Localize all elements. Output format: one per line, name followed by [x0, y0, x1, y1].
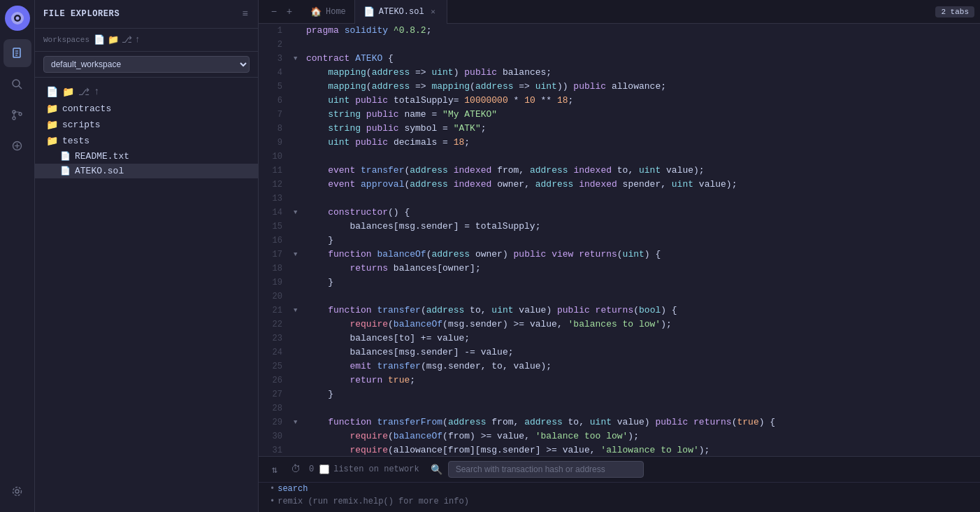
line-num-5: 5	[259, 80, 294, 94]
code-line-26: 26 return true;	[259, 374, 980, 387]
line-content-13	[303, 192, 980, 206]
line-content-20	[303, 290, 980, 304]
code-line-12: 12 event approval(address indexed owner,…	[259, 178, 980, 192]
code-line-30: 30 require(balanceOf(from) >= value, 'ba…	[259, 429, 980, 443]
github-icon[interactable]: ⎇	[122, 34, 132, 45]
code-line-19: 19 }	[259, 276, 980, 290]
line-num-12: 12	[259, 178, 294, 192]
line-content-23: balances[to] += value;	[303, 332, 980, 346]
line-num-3: 3	[259, 52, 294, 66]
file-name-readme: README.txt	[75, 151, 129, 162]
files-icon[interactable]	[3, 39, 31, 67]
workspace-select[interactable]: default_workspace	[43, 56, 250, 73]
line-num-30: 30	[259, 429, 294, 443]
line-num-17: 17	[259, 248, 294, 262]
line-content-19: }	[303, 276, 980, 290]
line-content-29: function transferFrom(address from, addr…	[303, 415, 980, 429]
search-icon[interactable]	[3, 70, 31, 98]
file-tree: 📄 📁 ⎇ ↑ 📁 contracts 📁 scripts 📁 tests 📄 …	[35, 78, 258, 512]
tab-controls: − +	[261, 5, 302, 19]
tree-folder-tests[interactable]: 📁 tests	[35, 133, 258, 149]
line-num-22: 22	[259, 318, 294, 332]
zoom-out-icon[interactable]: −	[267, 5, 281, 19]
transaction-search-input[interactable]	[448, 461, 644, 478]
listen-network-checkbox[interactable]	[319, 464, 329, 474]
new-folder-icon[interactable]: 📁	[108, 34, 119, 45]
tab-home[interactable]: 🏠 Home	[302, 0, 355, 24]
file-explorer-header-icons: ≡	[241, 7, 250, 21]
bottom-filter-icon[interactable]: ⇅	[267, 462, 282, 477]
settings-icon[interactable]	[3, 477, 31, 505]
code-line-10: 10	[259, 150, 980, 164]
home-tab-icon: 🏠	[310, 6, 322, 17]
tab-count[interactable]: 2 tabs	[935, 6, 974, 17]
line-arrow-17[interactable]: ▼	[294, 248, 303, 262]
folder-icon-tests: 📁	[46, 135, 58, 147]
bottom-time-icon[interactable]: ⏱	[288, 462, 303, 477]
bottom-log-link-search[interactable]: search	[278, 484, 308, 494]
code-line-7: 7 string public name = "My ATEKO"	[259, 108, 980, 122]
line-content-24: balances[msg.sender] -= value;	[303, 346, 980, 360]
bottom-search-icon[interactable]: 🔍	[431, 464, 442, 476]
svg-point-16	[15, 490, 19, 493]
bottom-toolbar: ⇅ ⏱ 0 listen on network 🔍	[259, 457, 980, 483]
code-line-24: 24 balances[msg.sender] -= value;	[259, 346, 980, 360]
line-num-7: 7	[259, 108, 294, 122]
line-content-28	[303, 401, 980, 415]
tree-new-folder-icon[interactable]: 📁	[62, 86, 74, 98]
line-num-28: 28	[259, 401, 294, 415]
folder-icon-contracts: 📁	[46, 103, 58, 115]
file-explorer-header: FILE EXPLORERS ≡	[35, 0, 258, 29]
file-name-ateko: ATEKO.sol	[75, 166, 124, 176]
bottom-log-1: •search	[259, 483, 980, 495]
svg-point-7	[13, 80, 20, 87]
line-num-15: 15	[259, 220, 294, 234]
line-arrow-14[interactable]: ▼	[294, 206, 303, 220]
line-arrow-3[interactable]: ▼	[294, 52, 303, 66]
zoom-in-icon[interactable]: +	[282, 5, 296, 19]
code-line-13: 13	[259, 192, 980, 206]
bottom-log-2: •remix (run remix.help() for more info)	[259, 495, 980, 508]
svg-point-10	[13, 117, 15, 120]
folder-name-scripts: scripts	[62, 120, 101, 130]
tree-file-ateko[interactable]: 📄 ATEKO.sol	[35, 164, 258, 178]
tree-folder-scripts[interactable]: 📁 scripts	[35, 117, 258, 133]
tab-ateko[interactable]: 📄 ATEKO.sol ✕	[355, 0, 447, 24]
logo-icon[interactable]	[5, 6, 30, 31]
tree-github-icon[interactable]: ⎇	[78, 86, 89, 98]
tab-close-ateko[interactable]: ✕	[428, 7, 438, 17]
code-line-8: 8 string public symbol = "ATK";	[259, 122, 980, 136]
line-num-31: 31	[259, 443, 294, 456]
new-file-icon[interactable]: 📄	[94, 34, 105, 45]
tree-new-file-icon[interactable]: 📄	[46, 86, 58, 98]
line-num-1: 1	[259, 24, 294, 38]
bottom-listen-row: listen on network	[319, 464, 419, 474]
line-content-3: contract ATEKO {	[303, 52, 980, 66]
line-num-18: 18	[259, 262, 294, 276]
code-line-9: 9 uint public decimals = 18;	[259, 136, 980, 150]
collapse-icon[interactable]: ≡	[241, 7, 250, 21]
code-line-5: 5 mapping(address => mapping(address => …	[259, 80, 980, 94]
code-line-17: 17 ▼ function balanceOf(address owner) p…	[259, 248, 980, 262]
line-content-15: balances[msg.sender] = totalSupply;	[303, 220, 980, 234]
tree-file-readme[interactable]: 📄 README.txt	[35, 149, 258, 164]
line-num-11: 11	[259, 164, 294, 178]
code-line-3: 3 ▼ contract ATEKO {	[259, 52, 980, 66]
git-icon[interactable]	[3, 101, 31, 129]
tree-upload-icon[interactable]: ↑	[94, 86, 99, 98]
line-arrow-29[interactable]: ▼	[294, 415, 303, 429]
line-num-29: 29	[259, 415, 294, 429]
code-line-18: 18 returns balances[owner];	[259, 262, 980, 276]
code-line-20: 20	[259, 290, 980, 304]
upload-icon[interactable]: ↑	[135, 34, 140, 45]
listen-network-label[interactable]: listen on network	[333, 464, 419, 474]
plugin-icon[interactable]	[3, 131, 31, 159]
line-num-26: 26	[259, 374, 294, 387]
bottom-panel: ⇅ ⏱ 0 listen on network 🔍 •search •remix…	[259, 456, 980, 512]
code-editor[interactable]: 1 pragma solidity ^0.8.2; 2 3 ▼ contract…	[259, 24, 980, 456]
line-arrow-21[interactable]: ▼	[294, 304, 303, 318]
line-num-25: 25	[259, 360, 294, 374]
file-explorer-title: FILE EXPLORERS	[43, 9, 120, 19]
editor-area: − + 🏠 Home 📄 ATEKO.sol ✕ 2 tabs 1 pragma…	[259, 0, 980, 512]
tree-folder-contracts[interactable]: 📁 contracts	[35, 101, 258, 117]
